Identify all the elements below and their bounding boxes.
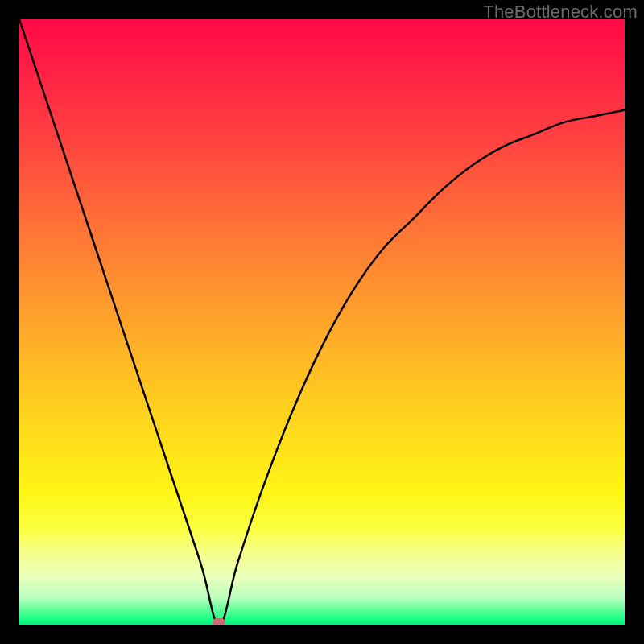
chart-frame: TheBottleneck.com <box>0 0 644 644</box>
plot-area <box>19 19 625 625</box>
watermark-text: TheBottleneck.com <box>483 2 638 23</box>
gradient-background <box>19 19 625 625</box>
plot-svg <box>19 19 625 625</box>
